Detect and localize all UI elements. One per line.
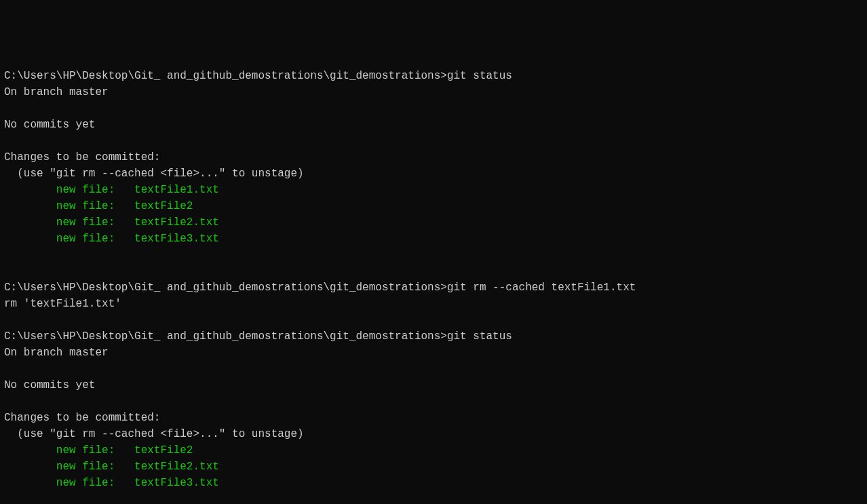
blank-line xyxy=(4,100,863,117)
unstage-hint: (use "git rm --cached <file>..." to unst… xyxy=(4,166,863,182)
prompt-path: C:\Users\HP\Desktop\Git_ and_github_demo… xyxy=(4,330,447,343)
changes-header: Changes to be committed: xyxy=(4,149,863,166)
prompt-path: C:\Users\HP\Desktop\Git_ and_github_demo… xyxy=(4,70,447,82)
blank-line xyxy=(4,491,863,504)
command-text: git status xyxy=(447,330,512,343)
unstage-hint: (use "git rm --cached <file>..." to unst… xyxy=(4,426,863,442)
prompt-path: C:\Users\HP\Desktop\Git_ and_github_demo… xyxy=(4,282,447,294)
no-commits-line: No commits yet xyxy=(4,117,863,133)
rm-output: rm 'textFile1.txt' xyxy=(4,296,863,312)
blank-line xyxy=(4,133,863,149)
no-commits-line: No commits yet xyxy=(4,377,863,393)
prompt-line: C:\Users\HP\Desktop\Git_ and_github_demo… xyxy=(4,68,863,84)
blank-line xyxy=(4,361,863,377)
command-text: git rm --cached textFile1.txt xyxy=(447,282,636,294)
prompt-line: C:\Users\HP\Desktop\Git_ and_github_demo… xyxy=(4,328,863,345)
staged-file: new file: textFile2.txt xyxy=(4,214,863,231)
command-text: git status xyxy=(447,70,512,82)
prompt-line: C:\Users\HP\Desktop\Git_ and_github_demo… xyxy=(4,279,863,296)
staged-file: new file: textFile2 xyxy=(4,442,863,459)
changes-header: Changes to be committed: xyxy=(4,410,863,426)
branch-info: On branch master xyxy=(4,84,863,100)
blank-line xyxy=(4,247,863,263)
branch-info: On branch master xyxy=(4,345,863,361)
terminal-output[interactable]: C:\Users\HP\Desktop\Git_ and_github_demo… xyxy=(4,68,863,504)
staged-file: new file: textFile3.txt xyxy=(4,231,863,247)
blank-line xyxy=(4,263,863,279)
blank-line xyxy=(4,312,863,328)
blank-line xyxy=(4,393,863,410)
staged-file: new file: textFile2 xyxy=(4,198,863,214)
staged-file: new file: textFile3.txt xyxy=(4,475,863,491)
staged-file: new file: textFile2.txt xyxy=(4,459,863,475)
staged-file: new file: textFile1.txt xyxy=(4,182,863,198)
